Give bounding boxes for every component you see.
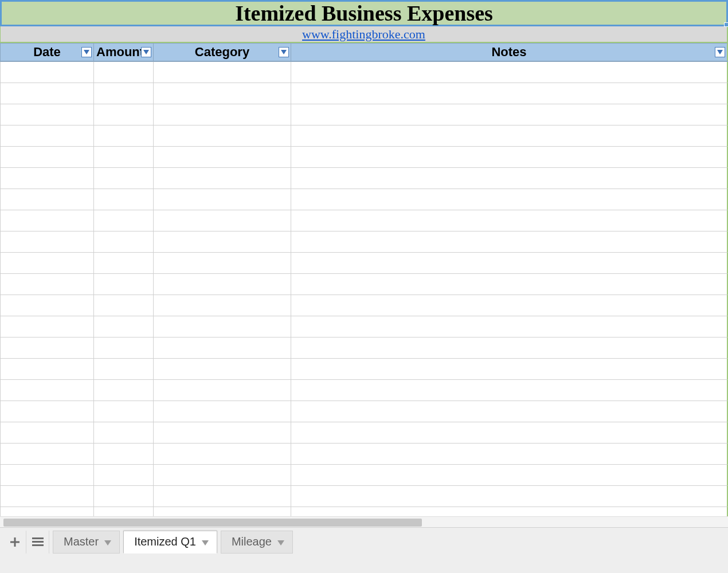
cell-category[interactable]: [154, 104, 291, 125]
cell-notes[interactable]: [291, 337, 728, 359]
cell-amount[interactable]: [94, 444, 154, 465]
cell-amount[interactable]: [94, 337, 154, 359]
cell-amount[interactable]: [94, 401, 154, 422]
cell-notes[interactable]: [291, 465, 728, 486]
cell-category[interactable]: [154, 210, 291, 231]
cell-amount[interactable]: [94, 210, 154, 231]
cell-amount[interactable]: [94, 422, 154, 444]
website-link[interactable]: www.fightingbroke.com: [302, 27, 425, 42]
cell-amount[interactable]: [94, 274, 154, 295]
cell-date[interactable]: [0, 422, 94, 444]
cell-category[interactable]: [154, 147, 291, 168]
header-category[interactable]: Category: [154, 43, 291, 61]
cell-date[interactable]: [0, 104, 94, 125]
cell-notes[interactable]: [291, 422, 728, 444]
cell-amount[interactable]: [94, 465, 154, 486]
cell-amount[interactable]: [94, 253, 154, 274]
cell-date[interactable]: [0, 231, 94, 253]
cell-category[interactable]: [154, 83, 291, 104]
cell-notes[interactable]: [291, 486, 728, 507]
cell-notes[interactable]: [291, 189, 728, 210]
cell-date[interactable]: [0, 83, 94, 104]
cell-notes[interactable]: [291, 104, 728, 125]
sheet-tab-mileage[interactable]: Mileage: [221, 531, 293, 554]
cell-category[interactable]: [154, 189, 291, 210]
header-date[interactable]: Date: [0, 43, 94, 61]
filter-button-category[interactable]: [279, 47, 289, 57]
cell-notes[interactable]: [291, 83, 728, 104]
cell-notes[interactable]: [291, 295, 728, 316]
cell-category[interactable]: [154, 274, 291, 295]
selection-handle[interactable]: [724, 22, 728, 27]
add-sheet-button[interactable]: [3, 531, 26, 554]
data-grid[interactable]: [0, 62, 728, 516]
horizontal-scrollbar[interactable]: [0, 516, 728, 528]
cell-notes[interactable]: [291, 507, 728, 516]
cell-amount[interactable]: [94, 359, 154, 380]
cell-category[interactable]: [154, 253, 291, 274]
cell-notes[interactable]: [291, 125, 728, 147]
cell-notes[interactable]: [291, 168, 728, 189]
horizontal-scrollbar-thumb[interactable]: [3, 519, 422, 527]
cell-notes[interactable]: [291, 316, 728, 337]
cell-category[interactable]: [154, 125, 291, 147]
header-amount[interactable]: Amount: [94, 43, 154, 61]
cell-date[interactable]: [0, 316, 94, 337]
cell-date[interactable]: [0, 401, 94, 422]
cell-amount[interactable]: [94, 486, 154, 507]
cell-date[interactable]: [0, 507, 94, 516]
cell-notes[interactable]: [291, 253, 728, 274]
cell-notes[interactable]: [291, 274, 728, 295]
sheet-tab-itemized-q1[interactable]: Itemized Q1: [123, 531, 217, 554]
filter-button-amount[interactable]: [141, 47, 151, 57]
filter-button-date[interactable]: [81, 47, 92, 57]
cell-category[interactable]: [154, 295, 291, 316]
cell-notes[interactable]: [291, 380, 728, 401]
cell-notes[interactable]: [291, 147, 728, 168]
cell-amount[interactable]: [94, 104, 154, 125]
cell-notes[interactable]: [291, 359, 728, 380]
header-notes[interactable]: Notes: [291, 43, 728, 61]
cell-date[interactable]: [0, 465, 94, 486]
cell-date[interactable]: [0, 210, 94, 231]
cell-amount[interactable]: [94, 295, 154, 316]
cell-amount[interactable]: [94, 83, 154, 104]
cell-category[interactable]: [154, 422, 291, 444]
title-cell[interactable]: Itemized Business Expenses: [0, 0, 728, 26]
cell-date[interactable]: [0, 337, 94, 359]
cell-amount[interactable]: [94, 168, 154, 189]
cell-date[interactable]: [0, 380, 94, 401]
filter-button-notes[interactable]: [715, 47, 725, 57]
sheet-tab-master[interactable]: Master: [53, 531, 120, 554]
cell-category[interactable]: [154, 444, 291, 465]
cell-category[interactable]: [154, 380, 291, 401]
cell-category[interactable]: [154, 507, 291, 516]
cell-notes[interactable]: [291, 401, 728, 422]
cell-date[interactable]: [0, 253, 94, 274]
cell-amount[interactable]: [94, 189, 154, 210]
cell-date[interactable]: [0, 295, 94, 316]
all-sheets-button[interactable]: [26, 531, 49, 554]
cell-date[interactable]: [0, 274, 94, 295]
cell-notes[interactable]: [291, 62, 728, 83]
chevron-down-icon[interactable]: [202, 535, 209, 548]
cell-amount[interactable]: [94, 507, 154, 516]
cell-amount[interactable]: [94, 147, 154, 168]
chevron-down-icon[interactable]: [277, 535, 284, 548]
cell-date[interactable]: [0, 62, 94, 83]
cell-notes[interactable]: [291, 444, 728, 465]
cell-date[interactable]: [0, 444, 94, 465]
cell-category[interactable]: [154, 168, 291, 189]
cell-amount[interactable]: [94, 380, 154, 401]
cell-category[interactable]: [154, 337, 291, 359]
cell-date[interactable]: [0, 168, 94, 189]
cell-date[interactable]: [0, 147, 94, 168]
cell-amount[interactable]: [94, 125, 154, 147]
cell-amount[interactable]: [94, 231, 154, 253]
cell-notes[interactable]: [291, 231, 728, 253]
chevron-down-icon[interactable]: [104, 535, 111, 548]
cell-date[interactable]: [0, 359, 94, 380]
cell-date[interactable]: [0, 125, 94, 147]
cell-notes[interactable]: [291, 210, 728, 231]
cell-category[interactable]: [154, 316, 291, 337]
